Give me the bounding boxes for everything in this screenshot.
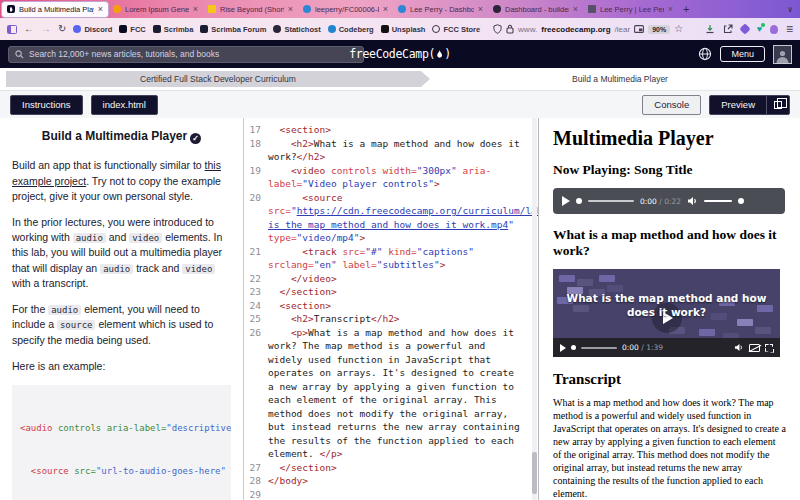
- avatar[interactable]: [773, 45, 792, 64]
- line-number: 20: [244, 191, 268, 245]
- bookmark-statichost[interactable]: Statichost: [273, 25, 320, 34]
- line-content: <section>: [268, 299, 538, 313]
- tab-title: Lee Perry | Lee Perry: [600, 5, 664, 14]
- bookmark-codeberg[interactable]: Codeberg: [328, 25, 374, 34]
- text-token: controls aria-label=: [53, 423, 167, 433]
- close-tab-icon[interactable]: [288, 5, 293, 14]
- console-button[interactable]: Console: [642, 95, 701, 115]
- close-tab-icon[interactable]: [573, 5, 578, 14]
- instructions-paragraph: Here is an example:: [12, 359, 231, 374]
- tab-lorem-ipsum[interactable]: Lorem Ipsum Generator: [108, 2, 203, 17]
- code-editor[interactable]: 17 <section> 18 <h2>What is a map method…: [244, 118, 539, 500]
- tab-lee-perry-dashboard[interactable]: Lee Perry - Dashboard - C: [393, 2, 488, 17]
- line-content: <video controls width="300px" aria-label…: [268, 164, 538, 191]
- editor-scrollbar[interactable]: [532, 118, 537, 500]
- instructions-button[interactable]: Instructions: [10, 95, 83, 115]
- globe-icon[interactable]: [698, 47, 712, 61]
- editor-line[interactable]: 23 </section>: [244, 285, 538, 299]
- text-token: with a transcript.: [12, 277, 88, 289]
- sidebar-toggle-icon[interactable]: [7, 25, 17, 34]
- transcript-text: What is a map method and how does it wor…: [553, 396, 786, 500]
- bookmark-unsplash[interactable]: Unsplash: [381, 25, 426, 34]
- list-all-tabs-icon[interactable]: [782, 5, 798, 14]
- tab-lee-perry-site[interactable]: Lee Perry | Lee Perry: [583, 2, 678, 17]
- video-controls[interactable]: 0:00 / 1:39: [553, 338, 780, 357]
- bookmark-scrimba[interactable]: Scrimba: [153, 25, 194, 34]
- editor-line[interactable]: 27 </section>: [244, 461, 538, 475]
- editor-line[interactable]: 25 <h2>Transcript</h2>: [244, 312, 538, 326]
- hamburger-menu-icon[interactable]: [786, 24, 793, 34]
- reload-icon[interactable]: [58, 24, 66, 34]
- seek-handle[interactable]: [571, 345, 576, 350]
- extension-bell-icon[interactable]: [770, 25, 778, 34]
- back-icon[interactable]: [24, 24, 34, 34]
- bookmark-fcc-store[interactable]: FCC Store: [432, 25, 480, 34]
- seek-track[interactable]: [588, 200, 634, 202]
- editor-line[interactable]: 21 <track src="#" kind="captions" srclan…: [244, 245, 538, 272]
- forward-icon[interactable]: [41, 24, 51, 34]
- play-icon[interactable]: [562, 196, 570, 206]
- text-token: <track: [268, 246, 337, 257]
- breadcrumb-curriculum[interactable]: Certified Full Stack Developer Curriculu…: [6, 71, 430, 87]
- volume-handle[interactable]: [738, 198, 744, 204]
- video-player[interactable]: What is the map method and how does it w…: [553, 269, 780, 357]
- new-tab-button[interactable]: [678, 3, 694, 15]
- tab-dashboard-builder[interactable]: Dashboard - builder.static: [488, 2, 583, 17]
- tab-rise-beyond[interactable]: Rise Beyond (Short 2022): [203, 2, 298, 17]
- site-favicon-icon: [493, 5, 501, 13]
- breadcrumb-lab[interactable]: Build a Multimedia Player: [520, 74, 720, 84]
- play-icon[interactable]: [560, 344, 566, 352]
- search-input[interactable]: Search 12,000+ news articles, tutorials,…: [8, 46, 364, 63]
- address-bar[interactable]: www.freecodecamp.org/lear 90%: [493, 24, 683, 34]
- reader-mode-icon[interactable]: [634, 25, 644, 33]
- close-tab-icon[interactable]: [98, 5, 103, 14]
- download-icon[interactable]: [705, 24, 715, 34]
- volume-track[interactable]: [704, 200, 732, 202]
- menu-button[interactable]: Menu: [720, 46, 765, 62]
- seek-handle[interactable]: [576, 198, 582, 204]
- zoom-level-badge[interactable]: 90%: [648, 25, 670, 34]
- scrollbar-thumb[interactable]: [532, 452, 537, 494]
- bookmark-scrimba-forum[interactable]: Scrimba Forum: [200, 25, 266, 34]
- volume-icon[interactable]: [687, 196, 698, 206]
- line-number: 21: [244, 245, 268, 272]
- editor-line[interactable]: 22 </video>: [244, 272, 538, 286]
- bookmark-star-icon[interactable]: [674, 24, 683, 34]
- text-token: src=: [69, 466, 96, 476]
- editor-line[interactable]: 17 <section>: [244, 123, 538, 137]
- line-number: 26: [244, 326, 268, 461]
- seek-track[interactable]: [581, 347, 617, 349]
- audio-player[interactable]: 0:00 / 0:22: [553, 188, 785, 214]
- inline-link[interactable]: https://cdn.freecodecamp.org/curriculum/…: [268, 205, 539, 230]
- editor-line[interactable]: 18 <h2>What is a map method and how does…: [244, 137, 538, 164]
- file-tab-index-html[interactable]: index.html: [91, 95, 158, 115]
- instructions-panel: Build a Multimedia Player Build an app t…: [0, 118, 244, 500]
- close-tab-icon[interactable]: [668, 5, 673, 14]
- bookmark-fcc[interactable]: FCC: [119, 25, 145, 34]
- preview-button[interactable]: Preview: [710, 96, 766, 114]
- open-in-app-icon[interactable]: [723, 24, 733, 34]
- fullscreen-icon[interactable]: [765, 344, 773, 352]
- tab-leeperry-repo[interactable]: leeperry/FC00006-Build-: [298, 2, 393, 17]
- editor-line[interactable]: 19 <video controls width="300px" aria-la…: [244, 164, 538, 191]
- editor-line[interactable]: 26 <p>What is a map method and how does …: [244, 326, 538, 461]
- captions-disabled-icon[interactable]: [749, 344, 760, 352]
- editor-line[interactable]: 28</body>: [244, 474, 538, 488]
- editor-line[interactable]: 29: [244, 488, 538, 500]
- fcc-icon: [119, 25, 127, 33]
- text-token: track and: [133, 262, 182, 274]
- editor-line[interactable]: 20 <source src="https://cdn.freecodecamp…: [244, 191, 538, 245]
- tab-build-multimedia-player[interactable]: Build a Multimedia Player:: [2, 2, 108, 17]
- extension-diamond-icon[interactable]: [739, 23, 750, 34]
- volume-icon[interactable]: [734, 343, 744, 352]
- editor-line[interactable]: 24 <section>: [244, 299, 538, 313]
- text-token: "#": [365, 246, 382, 257]
- text-token: video: [129, 233, 162, 243]
- close-tab-icon[interactable]: [478, 5, 483, 14]
- site-favicon-icon: [113, 5, 121, 13]
- close-tab-icon[interactable]: [383, 5, 388, 14]
- extension-v-icon[interactable]: [757, 24, 762, 34]
- close-tab-icon[interactable]: [193, 5, 198, 14]
- bookmark-discord[interactable]: Discord: [73, 25, 112, 34]
- pop-out-preview-button[interactable]: [766, 96, 789, 114]
